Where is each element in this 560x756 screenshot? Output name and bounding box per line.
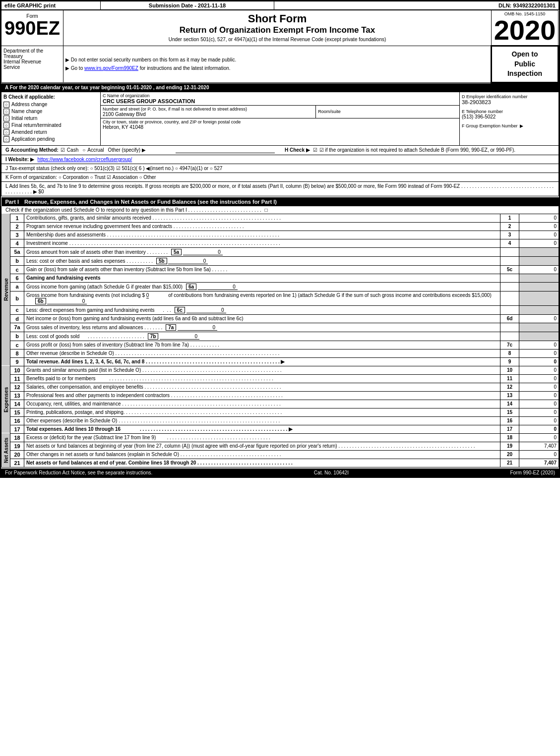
amended-return-checkbox[interactable]: ○ [3,129,9,135]
subtitle: Under section 501(c), 527, or 4947(a)(1)… [65,37,489,42]
ein-label: D Employer identification number [462,94,557,99]
row-num-3: 3 [10,231,24,239]
city-label: City or town, state or province, country… [103,119,457,124]
amended-return-label: Amended return [11,129,47,135]
name-change-checkbox[interactable]: ○ [3,109,9,115]
row-val-19: 7,407 [519,442,559,450]
dept-info: Department of the Treasury Internal Reve… [1,46,63,83]
org-name-cell: C Name of organization CRC USERS GROUP A… [101,92,459,106]
row-lineref-17: 17 [500,425,519,433]
city-cell: City or town, state or province, country… [101,118,459,131]
initial-return-checkbox[interactable]: ○ [3,116,9,121]
row-val-6 [519,274,559,282]
part1-check-text: Check if the organization used Schedule … [5,207,261,213]
year-omb-box: OMB No. 1545-1150 2020 [492,10,559,46]
top-header: efile GRAPHIC print Submission Date - 20… [1,1,559,10]
org-details-col: C Name of organization CRC USERS GROUP A… [101,92,460,145]
row-num-17: 17 [10,425,24,433]
row-desc-1: Contributions, gifts, grants, and simila… [24,214,500,222]
row-lineref-9: 9 [500,357,519,366]
row-num-18: 18 [10,433,24,442]
row-num-2: 2 [10,222,24,231]
row-lineref-4: 4 [500,239,519,247]
phone-value: (513) 396-5022 [462,114,557,119]
row-num-8: 8 [10,349,24,357]
row-desc-3: Membership dues and assessments . . . . … [24,231,500,239]
final-return-item: ○ Final return/terminated [3,122,98,128]
group-exemption-label: F Group Exemption Number [462,123,518,128]
amended-return-item: ○ Amended return [3,129,98,135]
irs-link[interactable]: www.irs.gov/Form990EZ [84,65,138,71]
address-change-checkbox[interactable]: ○ [3,102,9,108]
row-desc-2: Program service revenue including govern… [24,222,500,231]
row-lineref-5b [500,256,519,265]
row-num-6b: b [10,291,24,305]
row-desc-20: Other changes in net assets or fund bala… [24,450,500,459]
form-org-row: K Form of organization: ○ Corporation ○ … [1,173,559,182]
h-label: H Check ▶ [285,147,310,153]
initial-return-item: ○ Initial return [3,116,98,121]
final-return-checkbox[interactable]: ○ [3,122,9,128]
row-val-9: 0 [519,357,559,366]
row-desc-14: Occupancy, rent, utilities, and maintena… [24,400,500,408]
row-val-6a [519,282,559,291]
public-inspection-box: Open to Public Inspection [492,46,559,83]
form-org-text: K Form of organization: ○ Corporation ○ … [5,174,156,180]
part1-header-label: Part I [5,199,19,205]
row-desc-16: Other expenses (describe in Schedule O) … [24,416,500,425]
row-num-20: 20 [10,450,24,459]
row-val-10: 0 [519,366,559,374]
address-change-label: Address change [11,102,47,107]
row-lineref-12: 12 [500,383,519,391]
row-val-6b [519,291,559,305]
main-title: Return of Organization Exempt From Incom… [65,25,489,35]
row-val-21: 7,407 [519,459,559,467]
row-val-6d: 0 [519,314,559,323]
row-desc-4: Investment income . . . . . . . . . . . … [24,239,500,247]
form-number-box: Form 990EZ [1,10,63,46]
row-desc-12: Salaries, other compensation, and employ… [24,383,500,391]
row-val-8: 0 [519,349,559,357]
cash-checkbox[interactable]: ☑ [61,147,65,153]
row-num-13: 13 [10,391,24,400]
application-pending-checkbox[interactable]: ○ [3,136,9,142]
website-url[interactable]: https://www.facebook.com/crceflusergroup… [38,157,132,162]
row-lineref-10: 10 [500,366,519,374]
cash-label: Cash [67,147,78,153]
org-info-section: B Check if applicable: ○ Address change … [1,92,559,146]
row-num-19: 19 [10,442,24,450]
form-ref: Form 990-EZ (2020) [510,470,555,475]
row-num-9: 9 [10,357,24,366]
row-val-4: 0 [519,239,559,247]
row-desc-19: Net assets or fund balances at beginning… [24,442,500,450]
public-inspection-line3: Inspection [495,69,555,79]
row-num-4: 4 [10,239,24,247]
title-center: Short Form Return of Organization Exempt… [63,10,491,46]
net-assets-side-label: Net Assets [1,433,10,467]
row-lineref-15: 15 [500,408,519,416]
name-change-item: ○ Name change [3,109,98,115]
row-desc-15: Printing, publications, postage, and shi… [24,408,500,416]
row-num-14: 14 [10,400,24,408]
part1-check-row: Check if the organization used Schedule … [1,206,559,214]
row-desc-6b: Gross income from fundraising events (no… [24,291,500,305]
row-desc-6d: Net income or (loss) from gaming and fun… [24,314,500,323]
row-val-1: 0 [519,214,559,222]
row-val-6c [519,305,559,314]
row-val-2: 0 [519,222,559,231]
org-name-value: CRC USERS GROUP ASSOCIATION [103,98,457,104]
go-to: ▶ Go to www.irs.gov/Form990EZ for instru… [65,65,489,71]
row-lineref-18: 18 [500,433,519,442]
form-number: 990EZ [4,19,60,38]
accrual-checkbox[interactable]: ○ [82,147,85,153]
h-checkbox[interactable]: ☑ [313,147,317,153]
cat-no: Cat. No. 10642I [314,470,349,475]
row-num-7b: b [10,332,24,341]
group-exemption-arrow: ▶ [520,123,523,128]
part1-check-box[interactable]: □ [265,207,268,213]
initial-return-label: Initial return [11,116,37,121]
city-value: Hebron, KY 41048 [103,124,457,130]
part1-title: Revenue, Expenses, and Changes in Net As… [24,199,277,205]
row-num-5c: c [10,265,24,274]
dept-line1: Department of the [3,48,61,54]
